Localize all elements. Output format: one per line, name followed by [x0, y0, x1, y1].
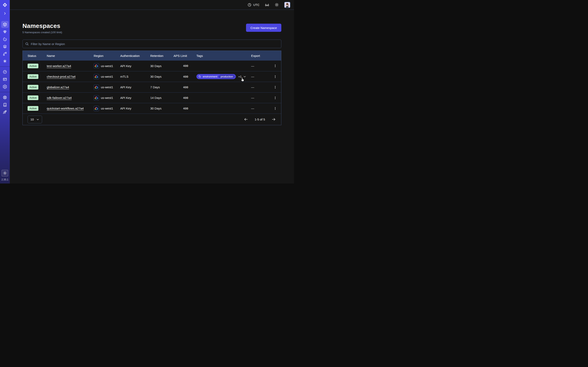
- row-actions-button[interactable]: [273, 95, 278, 100]
- arrow-left-icon: [244, 117, 248, 122]
- column-header-name: Name: [47, 54, 94, 58]
- retention-label: 30 Days: [150, 75, 173, 78]
- export-value: —: [251, 75, 269, 78]
- prev-page-button[interactable]: [244, 117, 248, 122]
- namespace-link[interactable]: globalizer.a27a4: [47, 85, 69, 89]
- gcp-cloud-icon: [94, 106, 99, 111]
- column-header-region: Region: [94, 54, 120, 58]
- retention-label: 30 Days: [150, 107, 173, 110]
- region-label: us-west1: [101, 85, 113, 89]
- column-header-tags: Tags: [196, 54, 251, 58]
- column-header-status: Status: [27, 54, 47, 58]
- sidebar-item-docs[interactable]: [0, 101, 10, 108]
- row-actions-button[interactable]: [273, 106, 278, 111]
- create-namespace-button[interactable]: Create Namespace: [246, 24, 281, 32]
- aps-limit-value: 400: [173, 96, 196, 100]
- auth-label: API Key: [120, 85, 150, 89]
- cube-icon: [3, 22, 7, 27]
- page-range-label: 1-5 of 5: [255, 118, 265, 121]
- sidebar-item-services[interactable]: [0, 58, 10, 65]
- timezone-label: UTC: [253, 3, 259, 7]
- sidebar-item-usage[interactable]: [0, 68, 10, 76]
- sidebar-item-insights[interactable]: [0, 28, 10, 35]
- export-value: —: [251, 85, 269, 89]
- eye-icon: [3, 30, 7, 34]
- pagination-bar: 10 1-5 of 5: [23, 114, 281, 125]
- layers-icon: [3, 44, 7, 49]
- aps-limit-value: 400: [173, 86, 196, 89]
- next-page-button[interactable]: [272, 117, 276, 122]
- namespace-link[interactable]: test-worker.a27a4: [47, 64, 71, 68]
- book-icon: [3, 103, 7, 107]
- gcp-cloud-icon: [94, 74, 99, 79]
- table-body: Active test-worker.a27a4 us-west1 API Ke…: [23, 60, 281, 114]
- gcp-cloud-icon: [94, 95, 99, 100]
- temporal-logo[interactable]: [0, 0, 10, 10]
- app-window: $ 2.35.1 UTC: [0, 0, 294, 184]
- sidebar-expand-button[interactable]: [0, 10, 10, 17]
- namespace-link[interactable]: sdk-failover.a27a4: [47, 96, 72, 100]
- namespace-link[interactable]: checkout-prod.a27a4: [47, 75, 76, 78]
- timezone-selector[interactable]: UTC: [247, 3, 259, 7]
- svg-text:$: $: [4, 172, 6, 174]
- user-avatar[interactable]: [284, 2, 290, 8]
- auth-label: mTLS: [120, 75, 150, 78]
- namespaces-table: Status Name Region Authentication Retent…: [22, 50, 281, 125]
- filter-input[interactable]: [22, 40, 281, 48]
- tag-value: production: [219, 75, 235, 78]
- gear-icon: [3, 84, 7, 89]
- page-size-select[interactable]: 10: [27, 116, 42, 123]
- auth-label: API Key: [120, 64, 150, 68]
- region-label: us-west1: [101, 107, 113, 110]
- table-row: Active quickstart-workflows.a27a4 us-wes…: [23, 103, 281, 114]
- app-version: 2.35.1: [1, 178, 8, 181]
- page-size-value: 10: [30, 118, 34, 121]
- theme-toggle-button[interactable]: [275, 3, 279, 7]
- tags-expand-button[interactable]: +1: [238, 75, 246, 78]
- row-actions-button[interactable]: [273, 85, 278, 90]
- content: Namespaces 5 Namespaces created (100 lim…: [10, 10, 294, 125]
- export-value: —: [251, 96, 269, 100]
- filter-bar: [22, 40, 281, 48]
- main-area: UTC Namespaces 5 Namespaces created (: [10, 0, 294, 184]
- tags-more-count: +1: [238, 75, 242, 78]
- asterisk-icon: [3, 59, 7, 63]
- row-actions-button[interactable]: [273, 63, 278, 68]
- tag-icon: [199, 75, 201, 78]
- region-label: us-west1: [101, 64, 113, 68]
- search-icon: [25, 42, 29, 46]
- lifebuoy-icon: [3, 95, 7, 100]
- sidebar-item-settings[interactable]: [0, 83, 10, 90]
- column-header-aps-limit: APS Limit: [173, 54, 196, 58]
- export-value: —: [251, 64, 269, 68]
- sidebar-item-batch[interactable]: [0, 43, 10, 50]
- status-badge: Active: [27, 74, 38, 79]
- sidebar-item-nexus[interactable]: [0, 50, 10, 58]
- labs-toggle-button[interactable]: [265, 3, 269, 7]
- retention-label: 30 Days: [150, 64, 173, 68]
- namespace-link[interactable]: quickstart-workflows.a27a4: [47, 107, 84, 110]
- sidebar-divider: [0, 67, 10, 67]
- page-title: Namespaces: [22, 22, 62, 29]
- table-row: Active globalizer.a27a4 us-west1 API Key…: [23, 82, 281, 92]
- credits-button[interactable]: $: [2, 170, 8, 176]
- table-row: Active test-worker.a27a4 us-west1 API Ke…: [23, 60, 281, 71]
- status-badge: Active: [27, 106, 38, 111]
- sidebar-item-support[interactable]: [0, 94, 10, 101]
- row-actions-button[interactable]: [273, 74, 278, 79]
- gcp-cloud-icon: [94, 85, 99, 90]
- region-label: us-west1: [101, 75, 113, 78]
- sidebar-item-getting-started[interactable]: [0, 108, 10, 116]
- auth-label: API Key: [120, 107, 150, 110]
- sidebar-item-schedules[interactable]: [0, 35, 10, 43]
- sidebar-divider: [0, 92, 10, 92]
- fork-icon: [3, 52, 7, 56]
- dollar-badge-icon: $: [3, 171, 7, 175]
- chevron-right-icon: [3, 12, 7, 15]
- retention-label: 14 Days: [150, 96, 173, 100]
- sidebar-item-namespaces[interactable]: [0, 21, 10, 28]
- table-row: Active checkout-prod.a27a4 us-west1 mTLS…: [23, 71, 281, 82]
- column-header-authentication: Authentication: [120, 54, 150, 58]
- sidebar-item-billing[interactable]: [0, 76, 10, 83]
- tag-chip[interactable]: environment production: [196, 74, 236, 79]
